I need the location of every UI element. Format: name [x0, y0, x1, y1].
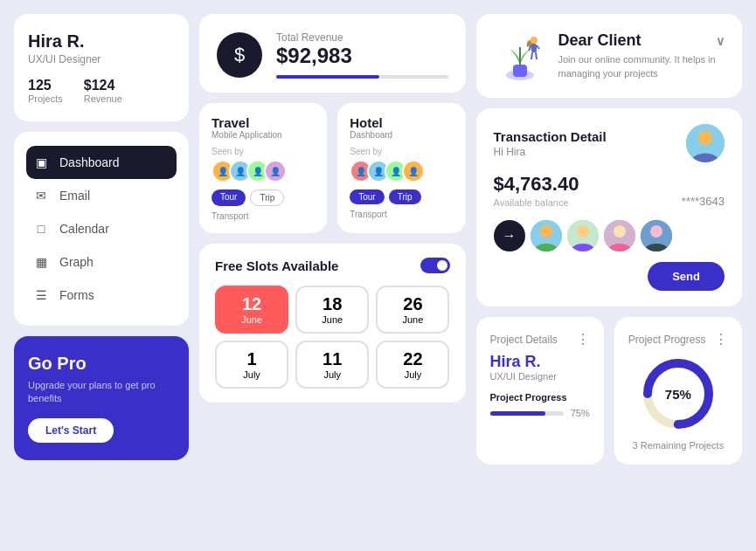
travel-seen-label: Seen by — [212, 147, 315, 156]
nav-item-forms[interactable]: ☰ Forms — [26, 279, 177, 312]
send-button[interactable]: Send — [648, 262, 725, 291]
project-progress-fill — [490, 411, 545, 416]
calendar-icon: □ — [33, 221, 49, 237]
date-month-1: June — [322, 314, 343, 325]
gopro-button[interactable]: Let's Start — [28, 418, 114, 443]
date-cell-4[interactable]: 11 July — [295, 341, 369, 389]
dear-client-content: Dear Client ∨ Join our online community.… — [558, 31, 725, 80]
nav-item-graph[interactable]: ▦ Graph — [26, 245, 177, 279]
date-num-2: 26 — [403, 294, 422, 314]
date-cell-2[interactable]: 26 June — [376, 286, 449, 334]
project-owner-name: Hira R. — [490, 353, 590, 371]
recipient-avatar-3 — [604, 220, 635, 251]
send-arrow-icon[interactable]: → — [494, 220, 525, 251]
svg-point-12 — [540, 225, 552, 238]
project-progress-pct: 75% — [571, 408, 590, 418]
dear-client-description: Join our online community. It helps in m… — [558, 53, 725, 80]
date-num-5: 22 — [403, 349, 422, 369]
forms-icon: ☰ — [33, 287, 49, 303]
project-progress-title: Project Progress — [628, 334, 706, 346]
date-cell-3[interactable]: 1 July — [215, 341, 288, 389]
svg-point-3 — [531, 37, 538, 44]
transaction-amount: $4,763.40 — [494, 173, 579, 196]
profile-role: UX/UI Designer — [28, 53, 175, 65]
revenue-bar-fill — [276, 75, 379, 79]
transaction-greeting: Hi Hira — [494, 146, 607, 158]
more-options-icon[interactable]: ⋮ — [576, 331, 590, 348]
svg-line-8 — [536, 52, 537, 59]
project-progress-bar-wrap: 75% — [490, 408, 590, 418]
revenue-icon: $ — [217, 32, 262, 78]
left-column: Hira R. UX/UI Designer 125 Projects $124… — [14, 14, 189, 537]
profile-stats: 125 Projects $124 Revenue — [28, 78, 175, 104]
dear-client-card: Dear Client ∨ Join our online community.… — [476, 14, 743, 98]
date-month-5: July — [405, 369, 422, 380]
svg-rect-4 — [531, 44, 537, 52]
avatar: 👤 — [402, 160, 425, 183]
date-month-4: July — [323, 369, 341, 380]
donut-chart: 75% — [639, 355, 718, 433]
hotel-title: Hotel — [350, 115, 453, 130]
more-options-icon-2[interactable]: ⋮ — [714, 331, 728, 348]
date-cell-5[interactable]: 22 July — [376, 341, 449, 389]
revenue-info: Total Revenue $92,983 — [276, 31, 448, 79]
project-progress-header: Project Progress ⋮ — [628, 331, 728, 348]
profile-name: Hira R. — [28, 31, 175, 52]
gopro-card: Go Pro Upgrade your plans to get pro ben… — [14, 336, 189, 460]
nav-label-calendar: Calendar — [59, 222, 109, 236]
revenue-label: Total Revenue — [276, 31, 448, 44]
svg-line-7 — [531, 52, 532, 59]
date-num-1: 18 — [323, 294, 342, 314]
dear-client-illustration — [494, 30, 546, 82]
bottom-row: Project Details ⋮ Hira R. UX/UI Designer… — [476, 317, 743, 465]
transaction-row: $4,763.40 Available balance ****3643 — [494, 173, 725, 208]
transaction-amount-block: $4,763.40 Available balance — [494, 173, 579, 208]
nav-card: ▣ Dashboard ✉ Email □ Calendar ▦ Graph ☰… — [14, 132, 189, 326]
travel-card: Travel Mobile Application Seen by 👤 👤 👤 … — [199, 103, 327, 233]
transaction-avatar — [686, 124, 725, 162]
mini-cards-row: Travel Mobile Application Seen by 👤 👤 👤 … — [199, 103, 466, 233]
svg-line-6 — [537, 45, 539, 49]
date-num-4: 11 — [323, 349, 342, 369]
date-cell-0[interactable]: 12 June — [215, 286, 288, 334]
nav-item-dashboard[interactable]: ▣ Dashboard — [26, 146, 177, 179]
hotel-transport: Transport — [350, 210, 453, 219]
travel-title: Travel — [212, 115, 315, 130]
nav-label-dashboard: Dashboard — [59, 155, 120, 169]
project-progress-label: Project Progress — [490, 392, 590, 403]
svg-point-14 — [577, 225, 589, 238]
nav-label-email: Email — [59, 189, 90, 203]
hotel-sub: Dashboard — [350, 130, 453, 140]
hotel-seen-label: Seen by — [350, 147, 453, 156]
travel-transport: Transport — [212, 211, 315, 221]
tag-trip: Trip — [250, 189, 284, 206]
graph-icon: ▦ — [33, 254, 49, 270]
tag-tour: Tour — [350, 189, 384, 204]
date-cell-1[interactable]: 18 June — [295, 286, 369, 334]
gopro-subtitle: Upgrade your plans to get pro benefits — [28, 379, 175, 406]
transaction-card: Transaction Detail Hi Hira $4,763.40 Ava… — [476, 108, 743, 306]
dear-client-title: Dear Client ∨ — [558, 31, 725, 50]
dates-grid: 12 June 18 June 26 June 1 July 11 July 2… — [215, 286, 450, 389]
chevron-down-icon[interactable]: ∨ — [716, 34, 725, 48]
email-icon: ✉ — [33, 188, 49, 203]
hotel-card: Hotel Dashboard Seen by 👤 👤 👤 👤 Tour Tri… — [337, 103, 465, 233]
right-column: Dear Client ∨ Join our online community.… — [476, 14, 743, 537]
hotel-avatars: 👤 👤 👤 👤 — [350, 160, 453, 183]
nav-item-email[interactable]: ✉ Email — [26, 179, 177, 212]
nav-label-graph: Graph — [59, 255, 94, 269]
project-details-header: Project Details ⋮ — [490, 331, 590, 348]
transaction-avatars: → — [494, 220, 725, 251]
slots-toggle[interactable] — [420, 258, 450, 273]
revenue-bar — [276, 75, 448, 79]
tag-tour: Tour — [212, 189, 246, 206]
revenue-card: $ Total Revenue $92,983 — [199, 14, 466, 93]
send-button-wrap: Send — [494, 262, 725, 291]
project-progress-bar — [490, 411, 564, 416]
dashboard-icon: ▣ — [33, 155, 49, 170]
travel-tags: Tour Trip — [212, 189, 315, 206]
nav-label-forms: Forms — [59, 288, 94, 302]
dollar-icon: $ — [234, 44, 245, 66]
nav-item-calendar[interactable]: □ Calendar — [26, 212, 177, 245]
date-month-3: July — [243, 369, 260, 380]
